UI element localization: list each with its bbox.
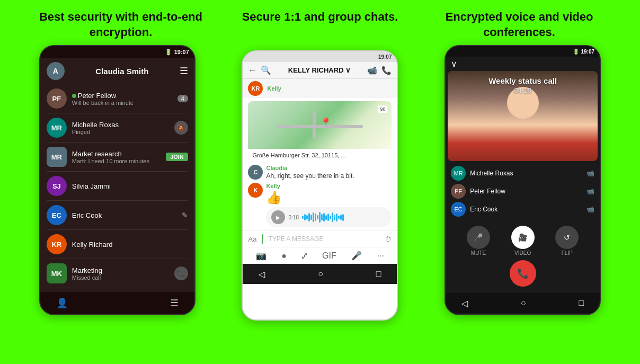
map-pin: 📍 [320, 117, 332, 129]
list-icon[interactable]: ☰ [170, 297, 179, 309]
kelly-message-content: Kelly 👍 ▶ 0:18 [266, 183, 392, 227]
timer-icon: ⏱ [385, 235, 392, 243]
waveform-bar [317, 215, 318, 219]
contact-list: PF Peter Fellow Will be back in a minute… [40, 84, 194, 315]
waveform-bar [308, 213, 310, 221]
audio-duration: 0:18 [288, 215, 298, 220]
phone1-header-name: Claudia Smith [70, 67, 174, 76]
waveform-bar [340, 215, 342, 220]
audio-waveform [302, 212, 387, 223]
phone2-header: ← 🔍 KELLY RICHARD ∨ 📹 📞 [243, 62, 397, 79]
claudia-avatar: C [248, 165, 263, 180]
phone2-back-nav[interactable]: ◁ [259, 269, 265, 279]
kelly-emoji: 👍 [266, 190, 392, 205]
search-icon[interactable]: 🔍 [261, 65, 271, 75]
phone2-input-area: Aa TYPE A MESSAGE ⏱ 📷 ● ⑇ GIF 🎤 ··· [243, 230, 397, 264]
phone3-home-nav[interactable]: ○ [521, 298, 526, 308]
phone1-wrapper: 🔋 19:07 A Claudia Smith ☰ PF Peter Fello… [39, 45, 195, 315]
headline-1: Best security with end-to-end encryption… [36, 10, 206, 40]
participant-peter: PF Peter Fellow 📹 [451, 182, 594, 200]
header-avatar: A [47, 62, 65, 80]
message-claudia: C Claudia Ah, right, see you there in a … [248, 165, 392, 180]
contact-silvia[interactable]: SJ Silvia Jammi [40, 172, 194, 200]
phone1-time: 19:07 [174, 49, 189, 55]
claudia-message-text: Ah, right, see you there in a bit. [266, 172, 392, 180]
waveform-bar [332, 212, 333, 222]
badge-marketing: 📞 [174, 267, 188, 280]
camera-icon[interactable]: 📷 [256, 251, 266, 261]
waveform-bar [327, 214, 329, 221]
phone3-back-nav[interactable]: ◁ [461, 298, 468, 308]
kelly-sender-name: Kelly [266, 183, 392, 189]
avatar-michelle-ph3: MR [451, 166, 466, 181]
toolbar-row: 📷 ● ⑇ GIF 🎤 ··· [248, 247, 392, 261]
avatar-market: MR [47, 147, 67, 167]
contact-sub-peter: Will be back in a minute [72, 100, 172, 106]
waveform-bar [342, 214, 344, 221]
end-call-button[interactable]: 📞 [510, 260, 536, 287]
map-label-box: 98 [378, 105, 387, 113]
contact-name-silvia: Silvia Jammi [72, 182, 188, 190]
phone3-wrapper: 🔋 19:07 ∨ Weekly status call 04:18 [445, 45, 601, 315]
avatar-silvia: SJ [47, 176, 67, 196]
menu-icon[interactable]: ☰ [180, 65, 188, 77]
map-message: 📍 98 Große Hamburger Str. 32, 10115, ... [248, 101, 392, 162]
contact-name-marketing: Marketing [72, 267, 169, 274]
attach-icon[interactable]: ⑇ [302, 251, 307, 261]
call-controls: 🎤 MUTE 🎥 VIDEO ↺ FLIP [446, 221, 600, 260]
phone3-bottom-bar: ◁ ○ □ [446, 293, 600, 313]
avatar-kelly: KR [47, 234, 67, 254]
contact-market[interactable]: MR Market research Marti: I need 10 more… [40, 143, 194, 171]
chevron-down-icon[interactable]: ∨ [451, 59, 457, 69]
contact-info-silvia: Silvia Jammi [72, 182, 188, 190]
headlines-section: Best security with end-to-end encryption… [0, 0, 640, 45]
message-input[interactable]: TYPE A MESSAGE [268, 235, 381, 243]
contact-marketing[interactable]: MK Marketing Missed call 📞 [40, 259, 194, 288]
phone3: 🔋 19:07 ∨ Weekly status call 04:18 [445, 45, 601, 315]
waveform-bar [310, 215, 312, 220]
participant-eric: EC Eric Cook 📹 [451, 200, 594, 218]
avatar-peter: PF [47, 88, 67, 109]
gif-label[interactable]: GIF [322, 251, 336, 261]
flip-button[interactable]: ↺ [555, 226, 579, 249]
end-call-area: 📞 [446, 260, 600, 290]
avatar-eric: EC [47, 205, 67, 225]
kelly-avatar: K [248, 183, 263, 198]
phone2-square-nav[interactable]: □ [376, 269, 381, 279]
phone2-home-nav[interactable]: ○ [318, 269, 323, 279]
mute-button[interactable]: 🎤 [467, 226, 490, 249]
contact-info-eric: Eric Cook [72, 211, 176, 219]
video-button[interactable]: 🎥 [511, 226, 535, 249]
back-button[interactable]: ← [248, 66, 256, 75]
battery-icon: 🔋 [165, 49, 172, 56]
mute-control: 🎤 MUTE [467, 226, 490, 256]
input-cursor [262, 234, 263, 244]
dot-icon[interactable]: ● [281, 251, 287, 261]
contact-michelle[interactable]: MR Michelle Roxas Pinged 🔕 [40, 113, 194, 142]
video-call-icon[interactable]: 📹 [367, 66, 377, 75]
badge-market[interactable]: JOIN [166, 153, 188, 161]
mic-icon[interactable]: 🎤 [351, 251, 362, 261]
claudia-message-content: Claudia Ah, right, see you there in a bi… [266, 165, 392, 180]
play-button[interactable]: ▶ [271, 210, 285, 224]
battery-icon-ph3: 🔋 [573, 49, 579, 55]
contact-eric[interactable]: EC Eric Cook ✎ [40, 201, 194, 229]
contact-peter[interactable]: PF Peter Fellow Will be back in a minute… [40, 84, 194, 113]
participant-name-michelle: Michelle Roxas [470, 170, 582, 177]
avatar-michelle: MR [47, 118, 67, 138]
contact-kelly[interactable]: KR Kelly Richard [40, 230, 194, 259]
phone3-square-nav[interactable]: □ [579, 298, 584, 308]
chat-name: KELLY RICHARD ∨ [275, 66, 363, 74]
waveform-bar [306, 215, 308, 219]
phones-section: 🔋 19:07 A Claudia Smith ☰ PF Peter Fello… [0, 45, 640, 364]
call-icon[interactable]: 📞 [381, 66, 392, 75]
person-icon[interactable]: 👤 [56, 297, 68, 309]
waveform-bar [313, 212, 314, 222]
main-video-area: Weekly status call 04:18 [448, 71, 598, 161]
contact-info-kelly: Kelly Richard [72, 241, 188, 248]
camera-indicator-eric: 📹 [586, 206, 594, 213]
more-icon[interactable]: ··· [377, 251, 384, 261]
message-kelly-emoji: K Kelly 👍 ▶ 0:18 [248, 183, 392, 227]
waveform-bar [336, 214, 337, 221]
waveform-bar [325, 215, 327, 220]
